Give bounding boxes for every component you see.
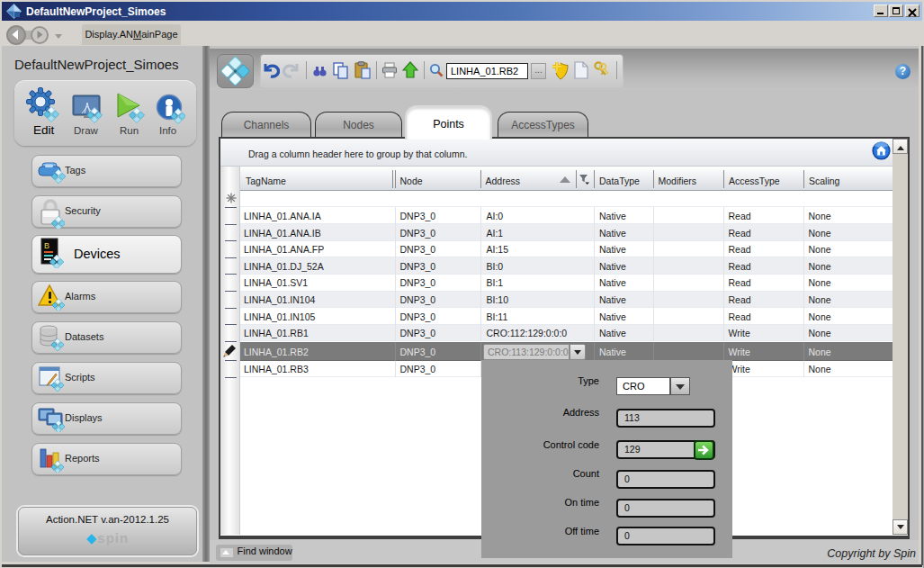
svg-text:B: B [44, 241, 49, 250]
